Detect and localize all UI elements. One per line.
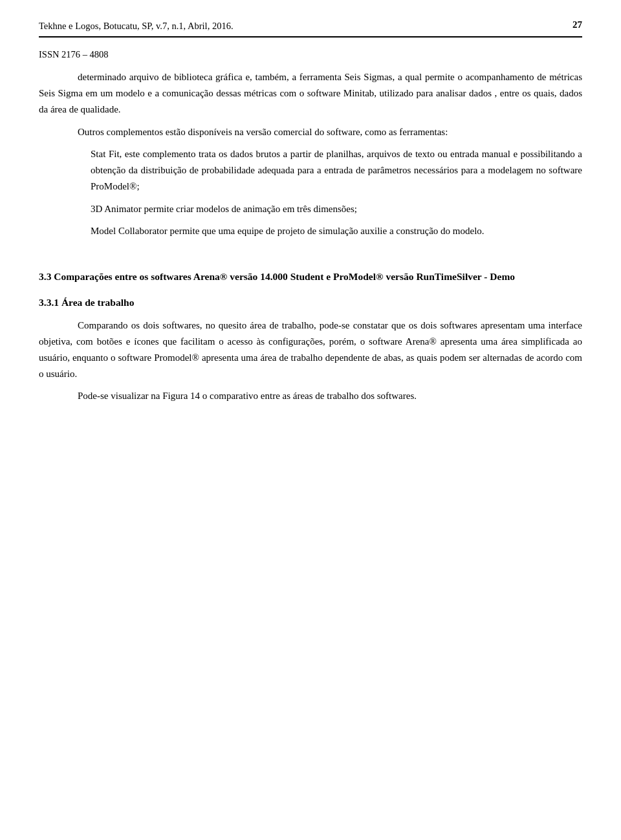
journal-title: Tekhne e Logos, Botucatu, SP, v.7, n.1, … — [39, 21, 234, 31]
issn-text: ISSN 2176 – 4808 — [39, 49, 109, 59]
paragraph-statfit: Stat Fit, este complemento trata os dado… — [39, 146, 582, 194]
header-journal-info: Tekhne e Logos, Botucatu, SP, v.7, n.1, … — [39, 19, 234, 32]
page: Tekhne e Logos, Botucatu, SP, v.7, n.1, … — [0, 0, 621, 840]
issn-line: ISSN 2176 – 4808 — [39, 49, 582, 60]
paragraph-2-intro: Outros complementos estão disponíveis na… — [39, 124, 582, 140]
paragraph-3d-animator: 3D Animator permite criar modelos de ani… — [39, 201, 582, 217]
sub-heading-3-3-1: 3.3.1 Área de trabalho — [39, 297, 582, 308]
page-number: 27 — [572, 19, 582, 30]
paragraph-3: Comparando os dois softwares, no quesito… — [39, 318, 582, 382]
section-heading-3-3: 3.3 Comparações entre os softwares Arena… — [39, 269, 582, 284]
page-header: Tekhne e Logos, Botucatu, SP, v.7, n.1, … — [39, 19, 582, 38]
paragraph-4: Pode-se visualizar na Figura 14 o compar… — [39, 388, 582, 404]
paragraph-model-collaborator: Model Collaborator permite que uma equip… — [39, 223, 582, 239]
paragraph-1: determinado arquivo de biblioteca gráfic… — [39, 69, 582, 117]
